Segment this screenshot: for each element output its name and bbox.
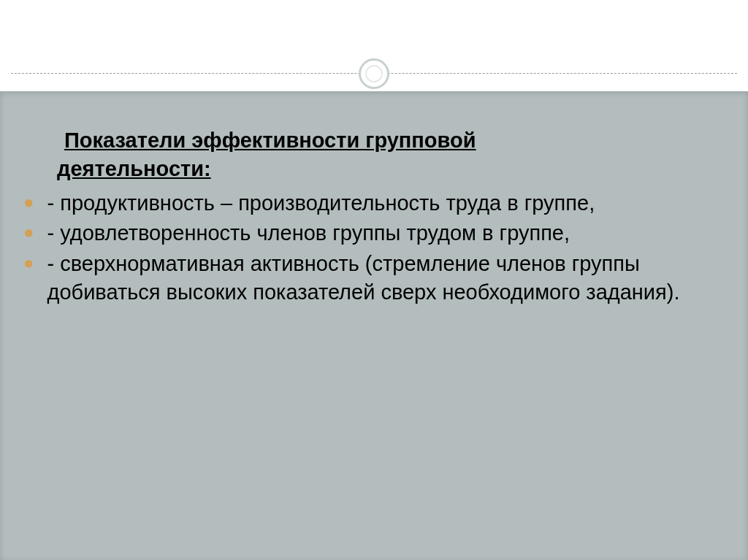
bullet-item: ● - сверхнормативная активность (стремле… <box>20 250 728 307</box>
circle-decoration <box>359 58 389 89</box>
title-line-1: Показатели эффективности групповой <box>20 129 476 152</box>
bullet-text: - продуктивность – производительность тр… <box>47 189 728 218</box>
bullet-icon: ● <box>23 250 34 307</box>
slide-content: Показатели эффективности групповой деяте… <box>0 91 748 560</box>
bullet-item: ● - продуктивность – производительность … <box>20 189 728 218</box>
bullet-icon: ● <box>23 189 34 218</box>
bullet-text: - удовлетворенность членов группы трудом… <box>47 219 728 248</box>
circle-inner <box>365 65 383 83</box>
title-line-2: деятельности: <box>57 157 211 180</box>
slide-title: Показатели эффективности групповой деяте… <box>20 126 728 183</box>
bullet-item: ● - удовлетворенность членов группы труд… <box>20 219 728 248</box>
bullet-text: - сверхнормативная активность (стремлени… <box>47 250 728 307</box>
slide-header <box>0 0 748 91</box>
bullet-icon: ● <box>23 219 34 248</box>
